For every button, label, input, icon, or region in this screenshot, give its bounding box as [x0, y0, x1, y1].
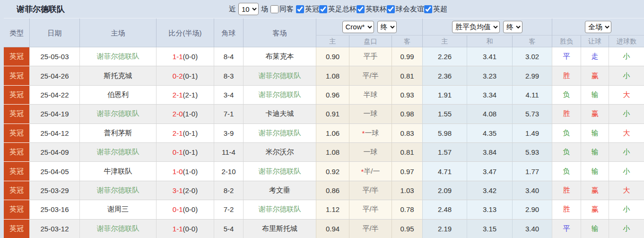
fulltime-score: 0-1 [173, 148, 183, 156]
result-cell: 负 [552, 143, 581, 161]
avg-away-odds: 3.02 [512, 47, 552, 66]
same-venue-toggle[interactable]: 同客 [270, 5, 294, 14]
handicap-result-cell: 输 [581, 143, 609, 161]
table-header: 类型 日期 主场 比分(半场) 角球 客场 Crow* 终 胜平负均值 终 [4, 18, 644, 47]
subcol-odds-home: 主 [316, 35, 349, 48]
home-team: 伯恩利 [79, 86, 156, 104]
league-filters: 英冠 英足总杯 英联杯 球会友谊 英超 [296, 5, 447, 14]
result-cell: 负 [552, 86, 581, 104]
handicap-cell: *一球 [349, 124, 392, 142]
handicap-line: 半球 [364, 90, 378, 99]
same-venue-label: 同客 [279, 5, 294, 14]
score-cell: 1-1(0-0) [156, 47, 214, 66]
league-filter-toggle[interactable]: 英冠 [296, 5, 319, 14]
match-date: 25-04-26 [29, 66, 79, 85]
filter-controls: 近 10 场 同客 英冠 英足总杯 英联杯 球会友谊 英超 [229, 0, 447, 18]
avg-away-odds: 2.90 [512, 200, 552, 219]
avg-home-odds: 2.19 [422, 220, 467, 238]
corner-count: 8-2 [214, 181, 243, 200]
odds-home: 1.06 [316, 124, 349, 142]
recent-count-select[interactable]: 10 [238, 3, 259, 15]
halftime-score: (1-0) [183, 167, 198, 176]
league-filter-toggle[interactable]: 英足总杯 [319, 5, 357, 14]
score-cell: 1-0(1-0) [156, 162, 214, 180]
halftime-score: (2-0) [183, 186, 198, 194]
subcol-avg-home: 主 [422, 35, 467, 48]
away-team: 谢菲尔德联队 [243, 162, 316, 180]
league-filter-checkbox[interactable] [424, 5, 432, 13]
league-filter-toggle[interactable]: 英联杯 [357, 5, 387, 14]
scope-select[interactable]: 全场 [585, 21, 611, 33]
league-filter-checkbox[interactable] [357, 5, 365, 13]
handicap-line: 半/一 [364, 167, 380, 176]
halftime-score: (0-1) [183, 148, 198, 156]
league-filter-checkbox[interactable] [319, 5, 327, 13]
odds-away: 0.95 [392, 220, 422, 238]
table-row: 英冠 25-05-03 谢菲尔德联队 1-1(0-0) 8-4 布莱克本 0.9… [4, 47, 644, 66]
avg-draw-odds: 3.42 [467, 181, 512, 200]
league-type-badge: 英冠 [4, 162, 29, 181]
odds-time-select[interactable]: 终 [377, 21, 397, 33]
avg-home-odds: 1.57 [422, 143, 467, 161]
avg-time-select[interactable]: 终 [503, 21, 522, 33]
goals-cell: 小 [609, 105, 644, 123]
scope-group-header: 全场 [552, 18, 644, 35]
handicap-cell: *一球 [349, 143, 392, 161]
league-filter-toggle[interactable]: 英超 [424, 5, 447, 14]
league-filter-checkbox[interactable] [387, 5, 395, 13]
avg-away-odds: 3.40 [512, 220, 552, 238]
odds-home: 0.91 [316, 105, 349, 123]
avg-select[interactable]: 胜平负均值 [452, 21, 500, 33]
subcol-handicap-result: 让球 [581, 35, 609, 48]
subcol-odds-away: 客 [392, 35, 422, 48]
avg-draw-odds: 3.15 [467, 220, 512, 238]
same-venue-checkbox[interactable] [270, 5, 278, 13]
table-row: 英冠 25-04-26 斯托克城 0-2(0-1) 8-3 谢菲尔德联队 1.0… [4, 66, 644, 85]
table-row: 英冠 25-04-22 伯恩利 2-1(2-1) 3-4 谢菲尔德联队 0.96… [4, 86, 644, 105]
avg-draw-odds: 3.84 [467, 143, 512, 161]
avg-away-odds: 5.73 [512, 105, 552, 123]
table-row: 英冠 25-03-16 谢周三 0-1(0-0) 7-2 谢菲尔德联队 1.12… [4, 200, 644, 219]
away-team: 谢菲尔德联队 [243, 66, 316, 85]
avg-home-odds: 5.98 [422, 124, 467, 142]
corner-count: 7-1 [214, 105, 243, 123]
subcol-avg-draw: 和 [467, 35, 512, 48]
home-team: 谢周三 [79, 200, 156, 219]
odds-source-select[interactable]: Crow* [342, 21, 374, 33]
corner-count: 8-3 [214, 66, 243, 85]
odds-away: 0.98 [392, 105, 422, 123]
handicap-result-cell: 赢 [581, 105, 609, 123]
match-date: 25-03-29 [29, 181, 79, 200]
league-filter-label: 球会友谊 [396, 5, 424, 14]
handicap-line: 一球 [364, 109, 378, 118]
goals-cell: 小 [609, 200, 644, 219]
avg-draw-odds: 3.23 [467, 66, 512, 85]
odds-home: 0.96 [316, 86, 349, 104]
league-filter-checkbox[interactable] [296, 5, 304, 13]
away-team: 布莱克本 [243, 47, 316, 66]
halftime-score: (0-0) [183, 225, 198, 233]
table-body: 英冠 25-05-03 谢菲尔德联队 1-1(0-0) 8-4 布莱克本 0.9… [4, 47, 644, 238]
corner-count: 3-9 [214, 124, 243, 142]
handicap-result-cell: 输 [581, 124, 609, 142]
result-cell: 胜 [552, 66, 581, 85]
league-filter-toggle[interactable]: 球会友谊 [387, 5, 424, 14]
odds-home: 0.94 [316, 220, 349, 238]
avg-draw-odds: 4.35 [467, 124, 512, 142]
score-cell: 2-1(2-1) [156, 86, 214, 104]
league-filter-label: 英冠 [305, 5, 319, 14]
avg-home-odds: 2.36 [422, 66, 467, 85]
fulltime-score: 0-1 [173, 205, 183, 213]
away-team: 布里斯托城 [243, 220, 316, 238]
matches-table: 类型 日期 主场 比分(半场) 角球 客场 Crow* 终 胜平负均值 终 [4, 18, 644, 238]
home-team: 牛津联队 [79, 162, 156, 180]
goals-cell: 小 [609, 143, 644, 161]
odds-away: 0.78 [392, 200, 422, 219]
home-team: 谢菲尔德联队 [79, 47, 156, 66]
result-cell: 胜 [552, 200, 581, 219]
subcol-avg-away: 客 [512, 35, 552, 48]
avg-draw-odds: 3.13 [467, 200, 512, 219]
goals-cell: 小 [609, 47, 644, 66]
fulltime-score: 0-2 [173, 72, 183, 80]
match-date: 25-04-12 [29, 124, 79, 142]
